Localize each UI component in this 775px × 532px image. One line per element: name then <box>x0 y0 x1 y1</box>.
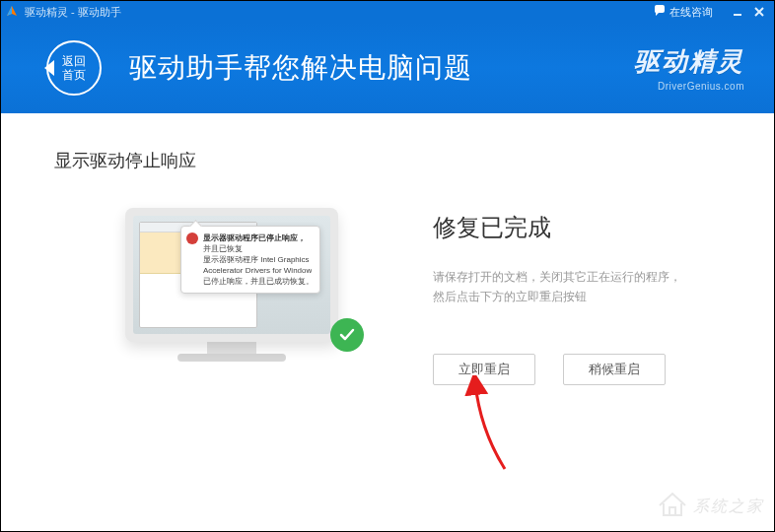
window-titlebar: 驱动精灵 - 驱动助手 在线咨询 <box>1 1 774 23</box>
svg-rect-0 <box>734 14 741 16</box>
result-desc-line2: 然后点击下方的立即重启按钮 <box>433 287 721 306</box>
online-chat-link[interactable]: 在线咨询 <box>654 5 713 20</box>
tooltip-line3: 显示器驱动程序 Intel Graphics <box>203 254 312 265</box>
right-column: 修复已完成 请保存打开的文档，关闭其它正在运行的程序， 然后点击下方的立即重启按… <box>409 149 721 385</box>
result-title: 修复已完成 <box>433 212 721 243</box>
tooltip-line2: 并且已恢复 <box>203 243 312 254</box>
left-column: 显示驱动停止响应 显示器驱动程序已停止响应， 并且已恢复 显示器驱动程序 Int… <box>54 149 409 385</box>
action-buttons: 立即重启 稍候重启 <box>433 354 721 385</box>
brand-en: DriverGenius.com <box>634 81 744 92</box>
monitor-screen: 显示器驱动程序已停止响应， 并且已恢复 显示器驱动程序 Intel Graphi… <box>133 216 330 334</box>
success-check-icon <box>330 318 364 352</box>
tooltip-line4: Accelerator Drivers for Windows 7(R) <box>203 265 312 276</box>
back-home-label-line2: 首页 <box>62 68 86 82</box>
app-logo-icon <box>5 5 19 19</box>
restart-later-button[interactable]: 稍候重启 <box>563 354 666 385</box>
restart-now-button[interactable]: 立即重启 <box>433 354 535 385</box>
tooltip-title: 显示器驱动程序已停止响应， <box>203 233 312 243</box>
brand-cn: 驱动精灵 <box>634 44 744 79</box>
result-desc-line1: 请保存打开的文档，关闭其它正在运行的程序， <box>433 267 721 287</box>
monitor-illustration: 显示器驱动程序已停止响应， 并且已恢复 显示器驱动程序 Intel Graphi… <box>54 208 409 362</box>
error-tooltip: 显示器驱动程序已停止响应， 并且已恢复 显示器驱动程序 Intel Graphi… <box>180 226 320 294</box>
watermark: 系统之家 <box>658 492 764 521</box>
annotation-arrow-icon <box>460 375 520 474</box>
brand-block: 驱动精灵 DriverGenius.com <box>634 44 744 92</box>
monitor-base <box>177 354 286 362</box>
header-heading: 驱动助手帮您解决电脑问题 <box>129 49 634 87</box>
back-home-label-line1: 返回 <box>62 54 86 68</box>
watermark-text: 系统之家 <box>693 497 764 517</box>
main-content: 显示驱动停止响应 显示器驱动程序已停止响应， 并且已恢复 显示器驱动程序 Int… <box>1 113 774 385</box>
chat-bubble-icon <box>654 5 666 19</box>
issue-subtitle: 显示驱动停止响应 <box>54 149 409 172</box>
close-button[interactable] <box>748 1 770 23</box>
back-home-button[interactable]: 返回 首页 <box>46 40 102 96</box>
header-banner: 返回 首页 驱动助手帮您解决电脑问题 驱动精灵 DriverGenius.com <box>1 23 774 113</box>
online-chat-label: 在线咨询 <box>669 5 713 20</box>
window-title: 驱动精灵 - 驱动助手 <box>25 5 121 20</box>
house-icon <box>658 492 687 521</box>
tooltip-line5: 已停止响应，并且已成功恢复。 <box>203 276 312 287</box>
monitor-frame: 显示器驱动程序已停止响应， 并且已恢复 显示器驱动程序 Intel Graphi… <box>125 208 338 342</box>
monitor-stand <box>207 342 256 354</box>
minimize-button[interactable] <box>727 1 748 23</box>
result-description: 请保存打开的文档，关闭其它正在运行的程序， 然后点击下方的立即重启按钮 <box>433 267 721 306</box>
svg-rect-1 <box>669 507 675 515</box>
